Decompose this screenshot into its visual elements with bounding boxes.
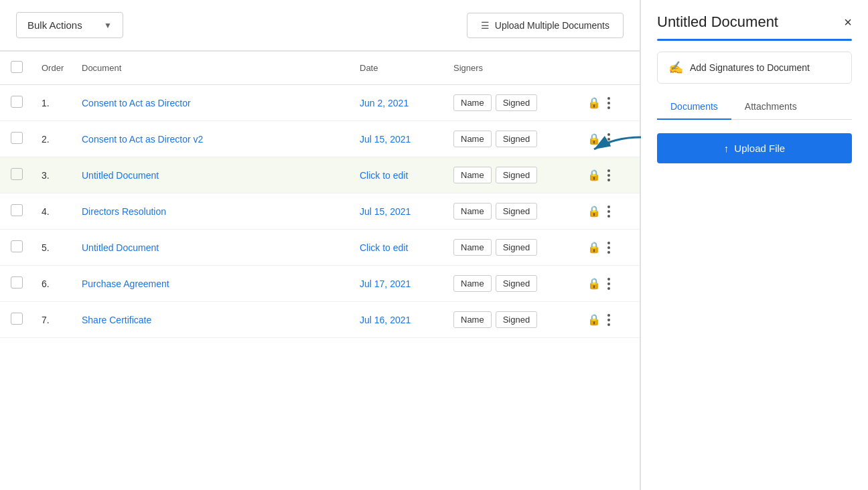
upload-file-button[interactable]: ↑ Upload File: [657, 133, 852, 163]
table-row: 4.Directors ResolutionJul 15, 2021NameSi…: [0, 193, 640, 230]
row-document[interactable]: Directors Resolution: [74, 193, 352, 230]
row-checkbox[interactable]: [11, 240, 23, 252]
document-link[interactable]: Consent to Act as Director: [82, 98, 191, 108]
row-signers: NameSigned: [445, 121, 579, 157]
document-link[interactable]: Untitled Document: [82, 242, 159, 253]
signer-name-badge[interactable]: Name: [453, 167, 492, 183]
header-checkbox-cell: [0, 52, 33, 85]
row-actions: 🔒: [579, 157, 640, 193]
right-panel: Untitled Document × ✍ Add Signatures to …: [640, 0, 868, 490]
row-actions: 🔒: [579, 121, 640, 157]
documents-table-container: Order Document Date Signers 1.Consent: [0, 51, 640, 490]
row-date: Jun 2, 2021: [352, 85, 445, 121]
signer-name-badge[interactable]: Name: [453, 311, 492, 328]
row-document[interactable]: Untitled Document: [74, 157, 352, 193]
signer-name-badge[interactable]: Name: [453, 203, 492, 220]
more-options-icon[interactable]: [606, 96, 611, 110]
document-link[interactable]: Directors Resolution: [82, 206, 166, 217]
row-order: 2.: [33, 121, 74, 157]
row-date: Jul 17, 2021: [352, 266, 445, 302]
lock-icon[interactable]: 🔒: [587, 133, 601, 145]
table-row: 2.Consent to Act as Director v2Jul 15, 2…: [0, 121, 640, 157]
row-order: 6.: [33, 266, 74, 302]
table-header-row: Order Document Date Signers: [0, 52, 640, 85]
document-link[interactable]: Purchase Agreement: [82, 278, 169, 289]
row-actions: 🔒: [579, 85, 640, 121]
row-document[interactable]: Purchase Agreement: [74, 266, 352, 302]
row-order: 3.: [33, 157, 74, 193]
row-document[interactable]: Consent to Act as Director v2: [74, 121, 352, 157]
signature-icon: ✍: [668, 60, 683, 75]
panel-title: Untitled Document: [657, 13, 778, 31]
more-options-icon[interactable]: [606, 313, 611, 327]
bulk-actions-dropdown[interactable]: Bulk Actions ▼: [16, 12, 123, 38]
row-checkbox[interactable]: [11, 96, 23, 108]
tab-attachments[interactable]: Attachments: [731, 94, 810, 120]
lock-icon[interactable]: 🔒: [587, 205, 601, 218]
row-checkbox-cell: [0, 193, 33, 230]
add-signatures-row[interactable]: ✍ Add Signatures to Document: [657, 52, 852, 84]
row-actions: 🔒: [579, 302, 640, 338]
row-checkbox[interactable]: [11, 276, 23, 289]
close-button[interactable]: ×: [844, 15, 852, 29]
row-signers: NameSigned: [445, 230, 579, 266]
signer-status-badge[interactable]: Signed: [496, 167, 537, 183]
more-options-icon[interactable]: [606, 132, 611, 147]
panel-tabs: Documents Attachments: [657, 94, 852, 120]
signer-name-badge[interactable]: Name: [453, 94, 492, 111]
tab-documents[interactable]: Documents: [657, 94, 731, 120]
document-link[interactable]: Share Certificate: [82, 315, 151, 325]
signer-status-badge[interactable]: Signed: [496, 131, 537, 147]
signer-status-badge[interactable]: Signed: [496, 311, 537, 328]
lock-icon[interactable]: 🔒: [587, 96, 601, 109]
row-checkbox[interactable]: [11, 168, 23, 180]
row-checkbox[interactable]: [11, 204, 23, 216]
row-actions: 🔒: [579, 266, 640, 302]
lock-icon[interactable]: 🔒: [587, 241, 601, 254]
upload-multiple-button[interactable]: ☰ Upload Multiple Documents: [467, 13, 624, 38]
more-options-icon[interactable]: [606, 276, 611, 291]
signer-status-badge[interactable]: Signed: [496, 94, 537, 111]
row-document[interactable]: Consent to Act as Director: [74, 85, 352, 121]
toolbar: Bulk Actions ▼ ☰ Upload Multiple Documen…: [0, 0, 640, 51]
lock-icon[interactable]: 🔒: [587, 313, 601, 326]
row-document[interactable]: Untitled Document: [74, 230, 352, 266]
row-signers: NameSigned: [445, 157, 579, 193]
document-link[interactable]: Consent to Act as Director v2: [82, 134, 203, 145]
signer-name-badge[interactable]: Name: [453, 239, 492, 256]
signer-name-badge[interactable]: Name: [453, 275, 492, 292]
row-date[interactable]: Click to edit: [352, 157, 445, 193]
row-order: 7.: [33, 302, 74, 338]
signer-status-badge[interactable]: Signed: [496, 239, 537, 256]
add-signatures-label: Add Signatures to Document: [690, 62, 810, 73]
select-all-checkbox[interactable]: [11, 61, 23, 73]
row-checkbox[interactable]: [11, 132, 23, 144]
lock-icon[interactable]: 🔒: [587, 277, 601, 290]
row-signers: NameSigned: [445, 85, 579, 121]
signer-status-badge[interactable]: Signed: [496, 203, 537, 220]
more-options-icon[interactable]: [606, 168, 611, 183]
more-options-icon[interactable]: [606, 204, 611, 219]
document-link[interactable]: Untitled Document: [82, 170, 159, 181]
upload-multiple-label: Upload Multiple Documents: [495, 20, 609, 31]
row-document[interactable]: Share Certificate: [74, 302, 352, 338]
row-order: 4.: [33, 193, 74, 230]
documents-table: Order Document Date Signers 1.Consent: [0, 51, 640, 338]
signer-status-badge[interactable]: Signed: [496, 275, 537, 292]
row-actions: 🔒: [579, 230, 640, 266]
row-signers: NameSigned: [445, 266, 579, 302]
row-date[interactable]: Click to edit: [352, 230, 445, 266]
header-document: Document: [74, 52, 352, 85]
table-row: 7.Share CertificateJul 16, 2021NameSigne…: [0, 302, 640, 338]
signer-name-badge[interactable]: Name: [453, 131, 492, 147]
row-checkbox-cell: [0, 121, 33, 157]
row-checkbox[interactable]: [11, 313, 23, 325]
row-signers: NameSigned: [445, 193, 579, 230]
header-signers: Signers: [445, 52, 579, 85]
table-body: 1.Consent to Act as DirectorJun 2, 2021N…: [0, 85, 640, 338]
row-date: Jul 15, 2021: [352, 193, 445, 230]
row-date: Jul 16, 2021: [352, 302, 445, 338]
more-options-icon[interactable]: [606, 240, 611, 255]
upload-file-label: Upload File: [734, 143, 785, 154]
lock-icon[interactable]: 🔒: [587, 169, 601, 181]
